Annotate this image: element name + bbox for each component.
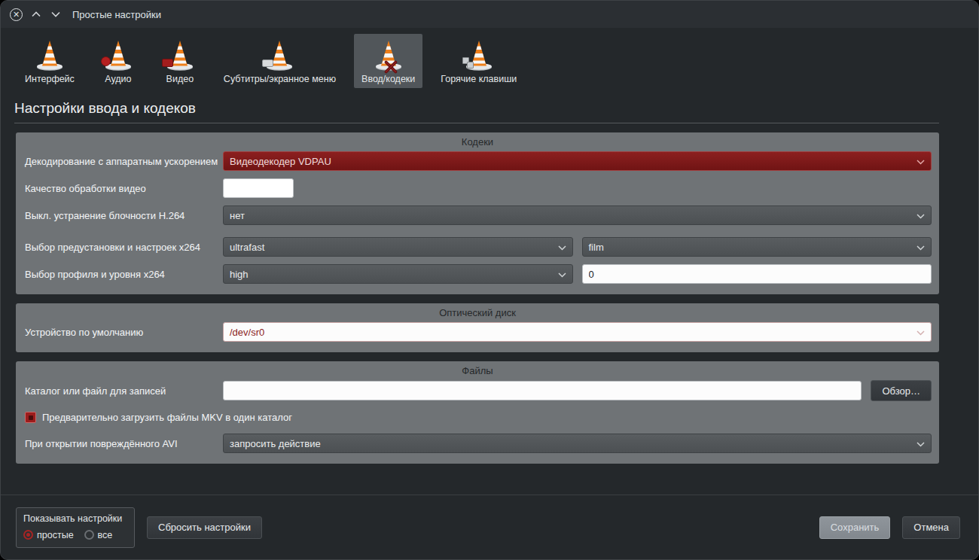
settings-scroll-area: Кодеки Декодирование с аппаратным ускоре… — [1, 131, 978, 464]
damaged-avi-value: запросить действие — [230, 438, 321, 449]
chevron-down-icon — [916, 210, 925, 221]
row-default-device: Устройство по умолчанию /dev/sr0 — [23, 322, 932, 342]
groupbox-files: Файлы Каталог или файл для записей Обзор… — [16, 361, 939, 464]
show-settings-title: Показывать настройки — [23, 513, 127, 524]
chevron-down-icon — [916, 156, 925, 167]
groupbox-codecs: Кодеки Декодирование с аппаратным ускоре… — [16, 132, 939, 294]
page-title: Настройки ввода и кодеков — [14, 100, 978, 117]
chevron-up-icon[interactable] — [30, 8, 42, 20]
chevron-down-icon — [916, 242, 925, 253]
video-quality-label: Качество обработки видео — [23, 183, 223, 194]
h264-deblock-dropdown[interactable]: нет — [223, 205, 932, 225]
groupbox-files-title: Файлы — [16, 365, 939, 376]
record-path-label: Каталог или файл для записей — [23, 385, 223, 397]
groupbox-codecs-title: Кодеки — [16, 136, 939, 148]
row-h264-deblock: Выкл. устранение блочности H.264 нет — [23, 205, 932, 225]
footer-bar: Показывать настройки простые все Сбросит… — [1, 495, 978, 559]
tab-video[interactable]: Видео — [154, 34, 206, 88]
h264-deblock-label: Выкл. устранение блочности H.264 — [23, 210, 223, 221]
x264-profile-dropdown[interactable]: high — [223, 264, 573, 284]
mkv-preload-checkbox[interactable] — [25, 412, 36, 423]
row-hw-decoding: Декодирование с аппаратным ускорением Ви… — [23, 151, 932, 171]
x264-profile-value: high — [230, 269, 249, 280]
row-mkv-preload: Предварительно загрузить файлы MKV в оди… — [25, 412, 932, 423]
hw-decoding-value: Видеодекодер VDPAU — [230, 156, 331, 167]
vlc-cone-interface-icon — [32, 38, 68, 72]
radio-unselected-icon — [84, 530, 94, 540]
chevron-down-icon — [558, 269, 566, 280]
x264-tune-value: film — [589, 242, 604, 253]
x264-tune-dropdown[interactable]: film — [582, 237, 932, 257]
vlc-cone-audio-icon — [100, 38, 136, 72]
tab-label: Горячие клавиши — [441, 74, 517, 84]
row-x264-preset: Выбор предустановки и настроек x264 ultr… — [23, 237, 932, 257]
default-device-label: Устройство по умолчанию — [23, 327, 223, 338]
heading-divider — [14, 123, 939, 123]
tab-label: Субтитры/экранное меню — [224, 74, 336, 84]
tab-subtitles-osd[interactable]: Субтитры/экранное меню — [216, 34, 343, 88]
tab-audio[interactable]: Аудио — [93, 34, 144, 88]
category-toolbar: Интерфейс Аудио Видео Субтитры/экранное … — [1, 28, 978, 93]
tab-hotkeys[interactable]: Горячие клавиши — [433, 34, 524, 88]
vlc-simple-preferences-window: ✕ Простые настройки Интерфейс Аудио Виде… — [0, 0, 979, 560]
vlc-cone-hotkeys-icon — [461, 38, 497, 72]
tab-label: Аудио — [105, 74, 131, 84]
vlc-cone-subtitles-icon — [261, 38, 297, 72]
vlc-cone-input-codecs-icon — [371, 38, 407, 72]
damaged-avi-dropdown[interactable]: запросить действие — [223, 434, 932, 453]
chevron-down-icon — [916, 327, 925, 338]
row-damaged-avi: При открытии повреждённого AVI запросить… — [23, 434, 932, 453]
x264-preset-label: Выбор предустановки и настроек x264 — [23, 242, 223, 253]
vlc-cone-video-icon — [162, 38, 198, 72]
browse-button[interactable]: Обзор… — [871, 380, 932, 401]
default-device-value: /dev/sr0 — [230, 327, 264, 338]
x264-level-input[interactable] — [582, 264, 932, 284]
mkv-preload-label: Предварительно загрузить файлы MKV в оди… — [42, 412, 292, 423]
cancel-button[interactable]: Отмена — [902, 516, 960, 539]
row-video-quality: Качество обработки видео ▲ ▼ — [23, 178, 932, 198]
groupbox-optical-disc-title: Оптический диск — [16, 307, 939, 318]
radio-simple-label: простые — [37, 530, 74, 540]
radio-selected-icon — [23, 530, 33, 540]
radio-simple-settings[interactable]: простые — [23, 530, 74, 540]
groupbox-optical-disc: Оптический диск Устройство по умолчанию … — [16, 303, 939, 352]
chevron-down-icon[interactable] — [50, 8, 62, 20]
chevron-down-icon — [916, 438, 925, 449]
show-settings-groupbox: Показывать настройки простые все — [16, 507, 135, 548]
row-record-path: Каталог или файл для записей Обзор… — [23, 380, 932, 401]
row-x264-profile: Выбор профиля и уровня x264 high — [23, 264, 932, 284]
reset-settings-button[interactable]: Сбросить настройки — [147, 516, 262, 539]
save-button[interactable]: Сохранить — [819, 516, 891, 539]
tab-label: Интерфейс — [25, 74, 75, 84]
video-quality-stepper[interactable]: ▲ ▼ — [223, 178, 294, 198]
radio-all-settings[interactable]: все — [84, 530, 113, 540]
hw-decoding-dropdown[interactable]: Видеодекодер VDPAU — [223, 151, 932, 171]
hw-decoding-label: Декодирование с аппаратным ускорением — [23, 156, 223, 167]
default-device-combobox[interactable]: /dev/sr0 — [223, 322, 932, 342]
h264-deblock-value: нет — [230, 210, 245, 221]
tab-interface[interactable]: Интерфейс — [17, 34, 82, 88]
x264-preset-value: ultrafast — [230, 242, 264, 253]
x264-profile-label: Выбор профиля и уровня x264 — [23, 269, 223, 280]
window-title: Простые настройки — [72, 9, 161, 20]
damaged-avi-label: При открытии повреждённого AVI — [23, 438, 223, 449]
tab-label: Ввод/кодеки — [361, 74, 415, 84]
record-path-input[interactable] — [223, 381, 862, 400]
x264-preset-dropdown[interactable]: ultrafast — [223, 237, 573, 257]
close-icon[interactable]: ✕ — [10, 8, 23, 21]
tab-input-codecs[interactable]: Ввод/кодеки — [354, 34, 422, 88]
tab-label: Видео — [166, 74, 194, 84]
radio-all-label: все — [98, 530, 113, 540]
titlebar: ✕ Простые настройки — [1, 1, 978, 28]
chevron-down-icon — [558, 242, 566, 253]
video-quality-input[interactable] — [224, 179, 294, 197]
